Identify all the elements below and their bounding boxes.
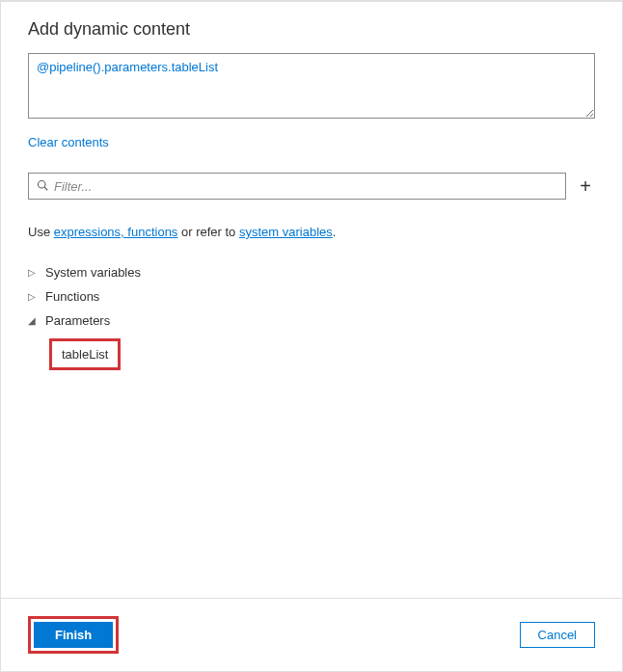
tree-label: Parameters [45, 313, 110, 328]
chevron-right-icon: ▷ [28, 291, 41, 302]
chevron-down-icon: ◢ [28, 315, 41, 326]
svg-line-1 [44, 187, 47, 190]
filter-row: + [28, 173, 595, 200]
content-tree: ▷ System variables ▷ Functions ◢ Paramet… [28, 260, 595, 370]
dialog-footer: Finish Cancel [1, 598, 622, 671]
help-text: Use expressions, functions or refer to s… [28, 225, 595, 239]
cancel-button[interactable]: Cancel [520, 622, 595, 648]
parameter-item-tablelist[interactable]: tableList [49, 338, 121, 370]
page-title: Add dynamic content [28, 19, 595, 40]
finish-highlight: Finish [28, 616, 119, 654]
expressions-functions-link[interactable]: expressions, functions [54, 225, 178, 239]
tree-label: Functions [45, 289, 99, 304]
tree-node-functions[interactable]: ▷ Functions [28, 284, 595, 309]
search-icon [37, 179, 48, 194]
tree-node-parameters[interactable]: ◢ Parameters [28, 309, 595, 333]
tree-node-system-variables[interactable]: ▷ System variables [28, 260, 595, 284]
help-suffix: . [333, 225, 337, 239]
filter-input[interactable] [54, 179, 557, 194]
tree-label: System variables [45, 265, 141, 280]
dialog-content: Clear contents + Use expressions, functi… [1, 51, 622, 598]
clear-contents-link[interactable]: Clear contents [28, 135, 109, 149]
expression-input[interactable] [28, 53, 595, 119]
dialog-header: Add dynamic content [1, 1, 622, 51]
help-prefix: Use [28, 225, 54, 239]
filter-input-wrapper[interactable] [28, 173, 566, 200]
add-button[interactable]: + [576, 175, 595, 198]
svg-point-0 [39, 180, 46, 188]
finish-button[interactable]: Finish [34, 622, 113, 648]
chevron-right-icon: ▷ [28, 267, 41, 278]
help-mid: or refer to [177, 225, 239, 239]
system-variables-link[interactable]: system variables [239, 225, 333, 239]
